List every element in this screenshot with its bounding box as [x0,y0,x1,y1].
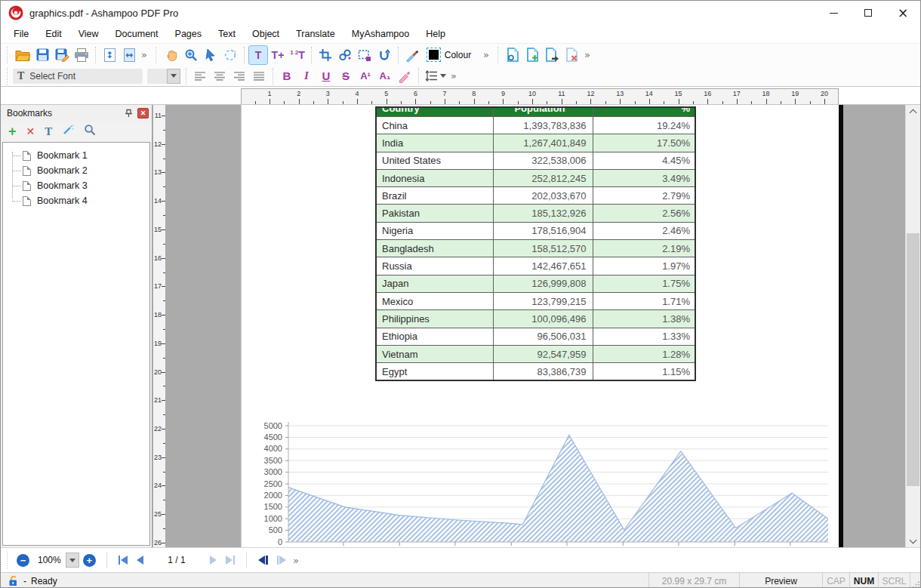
find-bookmark-button[interactable] [84,124,96,139]
font-size-dropdown-button[interactable] [167,69,180,84]
align-left-button[interactable] [190,66,210,86]
hand-tool-button[interactable] [162,45,181,65]
menu-item-help[interactable]: Help [417,25,454,43]
align-justify-button[interactable] [249,66,269,86]
zoom-in-button[interactable]: + [83,554,96,567]
subscript-button[interactable]: A₁ [375,66,395,86]
bookmark-item[interactable]: Bookmark 3 [3,178,149,193]
save-as-button[interactable] [52,45,72,65]
ruler-number: 12 [154,140,162,148]
add-bookmark-button[interactable]: + [8,125,17,138]
maximize-button[interactable] [851,1,886,25]
menu-item-edit[interactable]: Edit [37,25,70,43]
scroll-up-button[interactable] [906,105,920,118]
page-extract-button[interactable] [543,45,562,65]
align-center-icon [214,71,226,82]
table-cell: United States [376,152,493,169]
bookmark-item[interactable]: Bookmark 4 [3,193,149,208]
close-button[interactable]: × [886,1,920,25]
bookmarks-panel: Bookmarks ✕ + ✕ T [1,105,152,547]
last-page-button[interactable] [226,556,236,565]
underline-button[interactable]: U [316,66,336,86]
ruler-tick [163,159,165,159]
superscript-button[interactable]: A¹ [356,66,375,86]
toolbar-overflow-button[interactable]: » [448,70,459,82]
scroll-down-button[interactable] [906,534,920,547]
pin-panel-button[interactable] [122,107,134,119]
font-select-field[interactable]: T Select Font [13,69,143,84]
toolbar-overflow-button[interactable]: » [291,555,301,566]
page-delete-button[interactable] [562,45,582,65]
italic-button[interactable]: I [297,66,316,86]
auto-bookmark-button[interactable] [62,124,74,139]
rename-bookmark-button[interactable]: T [45,125,52,138]
resize-grip[interactable] [910,573,920,588]
bookmark-item[interactable]: Bookmark 2 [3,163,149,178]
back-view-button[interactable] [258,556,268,565]
zoom-tool-button[interactable] [181,45,201,65]
zoom-dropdown-button[interactable] [66,553,79,568]
strikethrough-button[interactable]: S [336,66,356,86]
link-tool-button[interactable] [335,45,355,65]
save-button[interactable] [32,45,52,65]
previous-page-button[interactable] [137,556,143,565]
page-icon [23,196,31,206]
vertical-scrollbar[interactable] [905,105,920,547]
menu-item-document[interactable]: Document [107,25,167,43]
magnifier-icon [184,48,198,62]
fit-width-button[interactable]: ↔ [119,45,139,65]
toolbar-grip[interactable] [496,47,500,63]
menu-item-file[interactable]: File [5,25,37,43]
menu-item-view[interactable]: View [70,25,107,43]
select-cursor-button[interactable] [201,45,220,65]
first-page-button[interactable] [119,556,128,565]
population-area-chart: 0500100015002000250030003500400045005000 [247,417,832,547]
crop-tool-button[interactable] [316,45,335,65]
toolbar-grip[interactable] [5,68,9,85]
forward-view-button[interactable] [277,556,287,565]
select-area-button[interactable] [355,45,374,65]
menu-item-myashampoo[interactable]: MyAshampoo [343,25,417,43]
table-cell: India [376,134,493,152]
add-text-tool-button[interactable]: T+ [268,45,288,65]
numbering-tool-button[interactable]: 1 2T [288,45,307,65]
page-rotate-button[interactable] [504,45,523,65]
toolbar-grip[interactable] [154,47,158,63]
align-center-button[interactable] [210,66,229,86]
open-file-button[interactable] [13,45,32,65]
colour-swatch-button[interactable]: Colour [422,45,481,65]
font-size-combo[interactable] [147,69,180,84]
line-spacing-button[interactable] [423,66,448,86]
close-panel-button[interactable]: ✕ [137,108,149,119]
highlight-button[interactable] [395,66,414,86]
toolbar-grip[interactable] [5,47,9,63]
toolbar-overflow-button[interactable]: » [582,49,593,60]
menu-item-translate[interactable]: Translate [288,25,343,43]
ruler-number: 6 [409,90,421,97]
pdf-page[interactable]: CountryPopulation%China1,393,783,83619.2… [241,105,839,547]
table-row: Philippines100,096,4961.38% [376,310,695,328]
scrollbar-thumb[interactable] [907,233,919,486]
delete-bookmark-button[interactable]: ✕ [26,126,35,137]
zoom-out-button[interactable]: − [17,554,29,567]
rotate-tool-button[interactable] [220,45,240,65]
edit-text-tool-button[interactable]: T [248,45,268,65]
minimize-button[interactable] [816,1,851,25]
ruler-tick [445,99,445,104]
page-add-button[interactable] [523,45,543,65]
fit-height-button[interactable]: ↕ [100,45,119,65]
toolbar-overflow-button[interactable]: » [139,49,149,60]
print-button[interactable] [72,45,91,65]
toolbar-grip[interactable] [5,552,9,568]
align-right-button[interactable] [229,66,249,86]
menu-item-pages[interactable]: Pages [167,25,210,43]
menu-item-object[interactable]: Object [244,25,288,43]
revert-tool-button[interactable] [374,45,394,65]
next-page-button[interactable] [210,556,217,565]
bold-button[interactable]: B [277,66,297,86]
color-picker-button[interactable] [402,45,422,65]
open-folder-icon [15,49,30,61]
bookmark-item[interactable]: Bookmark 1 [3,148,149,163]
menu-item-text[interactable]: Text [210,25,244,43]
toolbar-overflow-button[interactable]: » [481,49,491,60]
